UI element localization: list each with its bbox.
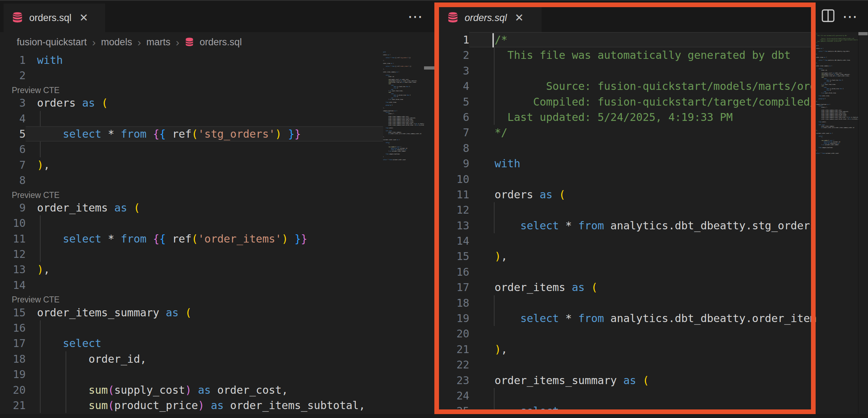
codelens-preview-cte-link[interactable]: Preview CTE xyxy=(0,190,60,200)
code-line-text: ), xyxy=(469,249,816,264)
code-line: 8 xyxy=(439,141,816,156)
breadcrumb-item-marts[interactable]: marts xyxy=(146,37,171,48)
code-line-text xyxy=(469,172,816,187)
split-editor-button[interactable] xyxy=(818,7,838,26)
code-line: 14 xyxy=(0,277,383,293)
breadcrumb-item-file[interactable]: orders.sql xyxy=(200,37,242,48)
minimap-line: on orders.order_id = order_items_summary… xyxy=(816,127,858,128)
more-actions-button[interactable]: ⋯ xyxy=(840,7,860,26)
codelens-preview-cte-link[interactable]: Preview CTE xyxy=(0,86,60,95)
line-number: 11 xyxy=(0,231,26,246)
code-line-text xyxy=(26,367,383,382)
line-number: 7 xyxy=(0,157,26,173)
tab-orders-sql-right-preview[interactable]: orders.sql ✕ xyxy=(439,4,542,32)
code-line: 1/* xyxy=(439,32,816,47)
line-number: 13 xyxy=(0,262,26,277)
line-number: 10 xyxy=(439,172,469,187)
ellipsis-icon: ⋯ xyxy=(842,8,858,25)
chevron-right-icon: › xyxy=(176,36,179,49)
code-line: 6 Last updated: 5/24/2025, 4:19:33 PM xyxy=(439,109,816,125)
line-number: 3 xyxy=(439,63,469,78)
code-line-text xyxy=(469,233,816,249)
breadcrumb-item-models[interactable]: models xyxy=(101,37,132,48)
code-line: 9with xyxy=(439,156,816,171)
code-line: 14 xyxy=(439,233,816,249)
chevron-right-icon: › xyxy=(92,36,96,49)
line-number: 15 xyxy=(0,305,26,320)
code-line-text: /* xyxy=(469,32,816,47)
line-number: 2 xyxy=(0,68,26,83)
code-line: 15order_items_summary as ( xyxy=(0,305,383,320)
database-file-icon xyxy=(185,37,194,49)
code-line: 15), xyxy=(439,249,816,264)
overview-ruler-cursor-marker xyxy=(858,32,868,35)
minimap-right[interactable]: /* This file was automatically generated… xyxy=(816,34,858,414)
line-number: 21 xyxy=(0,398,26,413)
code-line-text: Source: fusion-quickstart/models/marts/o… xyxy=(469,78,816,94)
vscode-window: orders.sql ✕ ⋯ orders.sql ✕ ⋯ xyxy=(0,0,868,418)
more-actions-button[interactable]: ⋯ xyxy=(405,7,426,26)
code-line: 20 xyxy=(439,326,816,341)
codelens-preview-cte-link[interactable]: Preview CTE xyxy=(0,295,60,304)
line-number: 10 xyxy=(0,215,26,231)
code-line: 3 xyxy=(439,63,816,78)
code-line: 18 xyxy=(439,295,816,311)
code-line: 7*/ xyxy=(439,125,816,140)
code-line: 11orders as ( xyxy=(439,187,816,202)
line-number: 9 xyxy=(439,156,469,171)
code-line: 6 xyxy=(0,142,383,157)
line-number: 20 xyxy=(0,382,26,398)
code-line: 19 select * from analytics.dbt_dbeatty.o… xyxy=(439,311,816,326)
scrollbar-track-divider xyxy=(858,32,859,414)
line-number: 1 xyxy=(439,32,469,47)
code-line-text: select * from {{ ref('stg_orders') }} xyxy=(26,126,383,142)
line-number: 20 xyxy=(439,326,469,341)
minimap-line: select * from customer_order_count xyxy=(383,159,424,160)
code-line: 8 xyxy=(0,173,383,188)
breadcrumb-item-project[interactable]: fusion-quickstart xyxy=(17,37,87,48)
code-line-text: with xyxy=(26,52,383,68)
code-line: 13 select * from analytics.dbt_dbeatty.s… xyxy=(439,218,816,233)
code-line: 2 xyxy=(0,68,383,83)
minimap-left[interactable]: withorders as ( select * from {{ ref('st… xyxy=(383,51,424,414)
line-number: 5 xyxy=(439,94,469,109)
code-line-text: select * from analytics.dbt_dbeatty.orde… xyxy=(469,311,816,326)
close-icon[interactable]: ✕ xyxy=(79,12,88,23)
code-line-text xyxy=(469,264,816,280)
codelens-row: Preview CTE xyxy=(0,293,383,305)
code-line: 9order_items as ( xyxy=(0,200,383,215)
close-icon[interactable]: ✕ xyxy=(515,12,524,23)
code-line: 24 xyxy=(439,388,816,403)
code-line: 4 xyxy=(0,111,383,126)
code-line: 4 Source: fusion-quickstart/models/marts… xyxy=(439,78,816,94)
code-line: 19 xyxy=(0,367,383,382)
chevron-right-icon: › xyxy=(138,36,141,49)
code-line-text: select * from analytics.dbt_dbeatty.stg_… xyxy=(469,218,816,233)
code-line-text: sum(supply_cost) as order_cost, xyxy=(26,382,383,398)
line-number: 21 xyxy=(439,342,469,357)
line-number: 24 xyxy=(439,388,469,403)
line-number: 4 xyxy=(0,111,26,126)
code-line-text xyxy=(26,246,383,262)
code-line-text xyxy=(469,295,816,311)
line-number: 15 xyxy=(439,249,469,264)
code-editor-right-preview[interactable]: 1/*2 This file was automatically generat… xyxy=(439,32,816,418)
line-number: 7 xyxy=(439,125,469,140)
line-number: 11 xyxy=(439,187,469,202)
line-number: 22 xyxy=(439,357,469,372)
line-number: 1 xyxy=(0,52,26,68)
line-number: 13 xyxy=(439,218,469,233)
code-line: 12 xyxy=(0,246,383,262)
line-number: 6 xyxy=(0,142,26,157)
code-line: 17order_items as ( xyxy=(439,280,816,295)
line-number: 12 xyxy=(0,246,26,262)
codelens-row: Preview CTE xyxy=(0,83,383,95)
line-number: 17 xyxy=(439,280,469,295)
line-number: 8 xyxy=(0,173,26,188)
tab-orders-sql-left[interactable]: orders.sql ✕ xyxy=(4,4,105,32)
line-number: 14 xyxy=(439,233,469,249)
code-line-text xyxy=(26,142,383,157)
code-editor-left[interactable]: 1with2Preview CTE3orders as (45 select *… xyxy=(0,52,383,418)
code-line: 12 xyxy=(439,202,816,218)
code-line-text xyxy=(469,63,816,78)
